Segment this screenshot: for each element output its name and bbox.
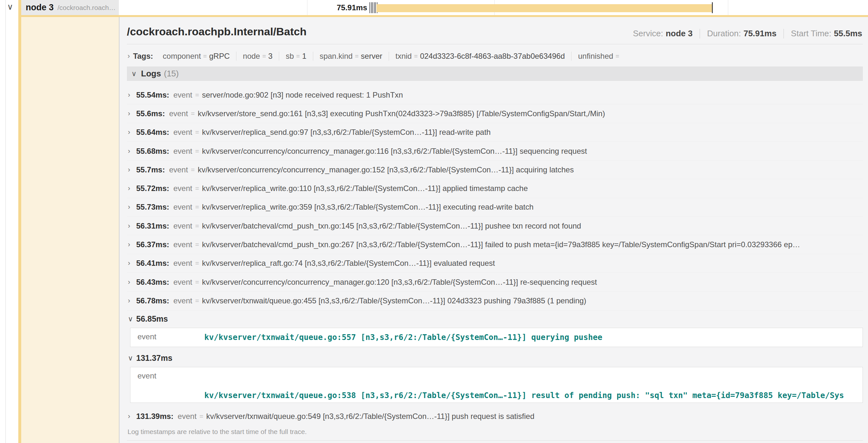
chevron-right-icon: › (128, 222, 136, 230)
equals-sign: = (195, 278, 199, 286)
log-key: event (174, 222, 192, 231)
log-row[interactable]: › 55.72ms: event = kv/kvserver/replica_w… (127, 179, 863, 198)
tag-key: span.kind (320, 52, 353, 61)
log-row[interactable]: › 56.78ms: event = kv/kvserver/txnwait/q… (127, 292, 863, 310)
equals-sign: = (195, 147, 199, 155)
service-label: Service: (633, 29, 663, 38)
tag-key: txnid (396, 52, 412, 61)
logs-footer-note: Log timestamps are relative to the start… (127, 428, 863, 436)
span-name-cell[interactable]: node 3 /cockroach.roach… (18, 0, 119, 15)
log-message: kv/kvserver/replica_write.go:110 [n3,s3,… (202, 184, 863, 193)
tag-key: node (243, 52, 260, 61)
log-row-expanded-header[interactable]: ∨ 131.37ms (127, 351, 863, 366)
log-key: event (174, 147, 192, 156)
log-row[interactable]: › 56.43ms: event = kv/kvserver/concurren… (127, 273, 863, 292)
tag-value: 1 (302, 52, 307, 61)
log-message: kv/kvserver/batcheval/cmd_push_txn.go:14… (202, 222, 863, 231)
equals-sign: = (199, 412, 203, 420)
log-detail-card: event kv/kvserver/txnwait/queue.go:538 [… (130, 367, 863, 403)
log-timestamp: 56.41ms: (136, 259, 169, 268)
chevron-right-icon[interactable]: › (127, 52, 130, 60)
log-key: event (169, 109, 188, 118)
span-duration-label: 75.91ms (303, 3, 367, 12)
equals-sign: = (195, 91, 199, 99)
log-timestamp: 55.72ms: (136, 184, 169, 193)
meta-divider (700, 29, 700, 38)
log-key: event (174, 128, 192, 137)
log-timestamp: 55.73ms: (136, 203, 169, 211)
chevron-down-icon[interactable]: ∨ (131, 70, 136, 78)
log-row[interactable]: › 55.64ms: event = kv/kvserver/replica_s… (127, 123, 863, 142)
span-detail-panel: /cockroach.roachpb.Internal/Batch Servic… (119, 17, 868, 443)
log-timestamp: 55.54ms: (136, 91, 169, 100)
log-row[interactable]: › 56.37ms: event = kv/kvserver/batcheval… (127, 235, 863, 254)
chevron-right-icon: › (128, 278, 136, 286)
log-timestamp: 56.85ms (136, 314, 168, 323)
equals-sign: = (195, 241, 199, 248)
equals-sign: = (195, 203, 199, 211)
log-message: kv/kvserver/store_send.go:161 [n3,s3] ex… (197, 109, 863, 118)
chevron-right-icon: › (128, 297, 136, 305)
equals-sign: = (195, 128, 199, 136)
equals-sign: = (191, 166, 195, 174)
duration-label: Duration: (707, 29, 741, 38)
tag-value: 024d3323-6c8f-4863-aa8b-37ab0e63496d (420, 52, 565, 61)
chevron-right-icon: › (128, 91, 136, 99)
log-key: event (174, 259, 192, 268)
log-message: kv/kvserver/txnwait/queue.go:549 [n3,s3,… (206, 412, 863, 421)
tag-key: component (163, 52, 201, 61)
collapse-span-chevron-icon[interactable]: ∨ (7, 2, 13, 12)
log-row[interactable]: › 55.6ms: event = kv/kvserver/store_send… (127, 104, 863, 123)
logs-title: Logs (141, 69, 161, 79)
log-key: event (174, 203, 192, 211)
duration-value: 75.91ms (743, 29, 776, 38)
chevron-right-icon: › (128, 147, 136, 156)
tag-value: server (361, 52, 382, 61)
log-message: kv/kvserver/txnwait/queue.go:455 [n3,s3,… (202, 296, 863, 305)
tags-section-header[interactable]: › Tags: component = gRPC node = 3 sb = 1… (127, 49, 863, 63)
chevron-right-icon: › (128, 259, 136, 267)
log-key: event (178, 412, 196, 421)
span-color-bar (18, 0, 21, 15)
log-timestamp: 131.39ms: (136, 412, 174, 421)
log-key: event (174, 240, 192, 249)
timeline-gridline (728, 0, 728, 15)
tag-value: 3 (268, 52, 272, 61)
log-row[interactable]: › 55.73ms: event = kv/kvserver/replica_w… (127, 198, 863, 217)
log-row[interactable]: › 56.41ms: event = kv/kvserver/replica_r… (127, 254, 863, 273)
log-row[interactable]: › 131.39ms: event = kv/kvserver/txnwait/… (127, 407, 863, 425)
log-message: kv/kvserver/concurrency/concurrency_mana… (202, 278, 863, 287)
log-row[interactable]: › 55.68ms: event = kv/kvserver/concurren… (127, 142, 863, 161)
chevron-right-icon: › (128, 184, 136, 193)
log-field-value: kv/kvserver/txnwait/queue.go:538 [n3,s3,… (204, 367, 844, 403)
span-meta: Service: node 3 Duration: 75.91ms Start … (633, 29, 862, 38)
meta-divider (783, 29, 784, 38)
logs-section-header[interactable]: ∨ Logs (15) (127, 66, 863, 81)
gutter-divider (5, 0, 6, 443)
tag-span-kind: span.kind = server (313, 52, 389, 61)
equals-sign: = (203, 53, 207, 60)
tag-txnid: txnid = 024d3323-6c8f-4863-aa8b-37ab0e63… (389, 52, 571, 61)
equals-sign: = (414, 53, 418, 60)
log-message: kv/kvserver/concurrency/concurrency_mana… (197, 165, 863, 174)
log-row[interactable]: › 55.7ms: event = kv/kvserver/concurrenc… (127, 161, 863, 179)
tag-component: component = gRPC (156, 52, 236, 61)
span-duration-bar[interactable] (376, 4, 712, 12)
equals-sign: = (195, 184, 199, 192)
chevron-right-icon: › (128, 240, 136, 249)
log-row[interactable]: › 56.31ms: event = kv/kvserver/batcheval… (127, 217, 863, 235)
log-row-expanded-header[interactable]: ∨ 56.85ms (127, 310, 863, 328)
log-timestamp: 56.37ms: (136, 240, 169, 249)
log-row[interactable]: › 55.54ms: event = server/node.go:902 [n… (127, 86, 863, 104)
log-message: kv/kvserver/batcheval/cmd_push_txn.go:26… (202, 240, 863, 249)
span-title: /cockroach.roachpb.Internal/Batch (127, 25, 307, 38)
span-bar-end-marker (712, 2, 713, 13)
logs-section-bottom-border (127, 440, 863, 441)
tag-key: sb (286, 52, 293, 61)
log-message: kv/kvserver/replica_raft.go:74 [n3,s3,r6… (202, 259, 863, 268)
service-value: node 3 (665, 29, 692, 38)
start-time-label: Start Time: (791, 29, 831, 38)
log-timestamp: 55.68ms: (136, 147, 169, 156)
start-time-value: 55.5ms (834, 29, 862, 38)
equals-sign: = (355, 53, 359, 60)
